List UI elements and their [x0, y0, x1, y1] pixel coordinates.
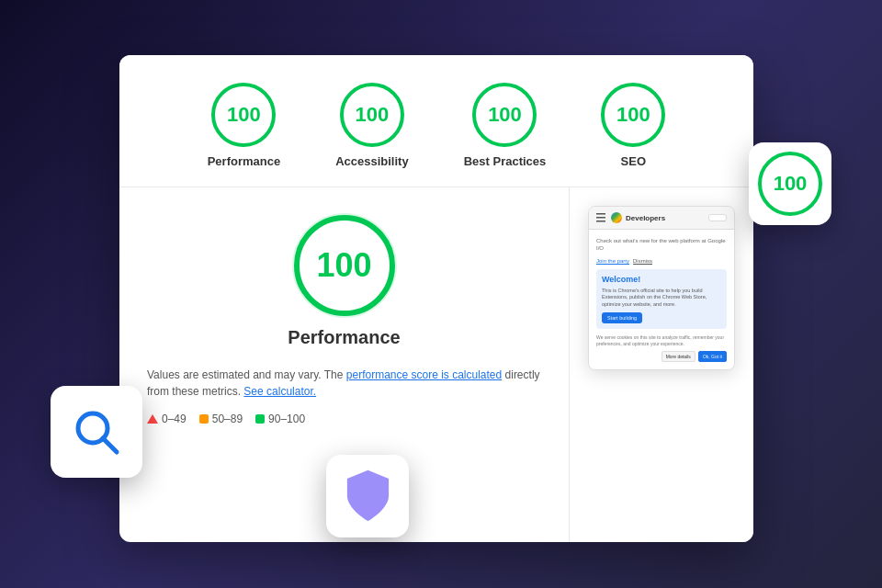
legend-average: 50–89 — [199, 413, 243, 425]
score-performance: 100 Performance — [208, 83, 280, 168]
float-score-widget: 100 — [749, 142, 831, 225]
float-search-widget — [51, 386, 142, 478]
seo-label: SEO — [621, 154, 646, 168]
hamburger-icon — [596, 212, 607, 223]
svg-rect-0 — [596, 213, 605, 215]
browser-footer-buttons: More details Ok, Got it — [596, 351, 727, 362]
shield-icon — [343, 469, 393, 524]
scores-bar: 100 Performance 100 Accessibility 100 Be… — [119, 55, 753, 187]
browser-mockup: Developers Check out what's new for the … — [588, 206, 735, 370]
search-icon — [69, 404, 124, 459]
calculator-link[interactable]: See calculator. — [243, 385, 316, 398]
average-icon — [199, 414, 209, 424]
chrome-icon — [611, 212, 622, 223]
pass-icon — [255, 414, 265, 424]
join-link[interactable]: Join the party — [596, 258, 629, 264]
browser-footer-text: We serve cookies on this site to analyze… — [596, 334, 727, 347]
best-practices-label: Best Practices — [464, 154, 547, 168]
browser-title: Developers — [626, 214, 665, 222]
perf-score-link[interactable]: performance score is calculated — [346, 368, 502, 381]
performance-circle: 100 — [211, 83, 276, 147]
big-score-wrapper: 100 Performance — [147, 215, 541, 348]
more-details-button[interactable]: More details — [662, 351, 695, 362]
score-accessibility: 100 Accessibility — [335, 83, 409, 168]
score-seo: 100 SEO — [601, 83, 665, 168]
average-range: 50–89 — [212, 413, 243, 425]
welcome-body: This is Chrome's official site to help y… — [602, 288, 721, 309]
start-building-button[interactable]: Start building — [602, 312, 642, 323]
float-shield-widget — [326, 455, 409, 537]
browser-announce: Check out what's new for the web platfor… — [596, 237, 727, 253]
legend-pass: 90–100 — [255, 413, 305, 425]
legend: 0–49 50–89 90–100 — [147, 413, 541, 425]
browser-body: Check out what's new for the web platfor… — [589, 230, 734, 369]
ok-button[interactable]: Ok, Got it — [698, 351, 727, 362]
browser-search-box — [708, 214, 727, 221]
score-description: Values are estimated and may vary. The p… — [147, 367, 541, 400]
main-card: 100 Performance 100 Accessibility 100 Be… — [119, 55, 753, 542]
svg-rect-2 — [596, 220, 605, 222]
best-practices-circle: 100 — [472, 83, 537, 147]
svg-line-4 — [103, 438, 117, 452]
legend-fail: 0–49 — [147, 413, 187, 425]
score-best-practices: 100 Best Practices — [464, 83, 547, 168]
big-score-circle: 100 — [294, 215, 395, 316]
scene: 100 Performance 100 Accessibility 100 Be… — [0, 0, 882, 588]
welcome-title: Welcome! — [602, 275, 721, 284]
svg-rect-1 — [596, 217, 605, 219]
content-area: 100 Performance Values are estimated and… — [119, 187, 753, 542]
float-score-circle: 100 — [758, 152, 822, 216]
fail-icon — [147, 414, 158, 424]
accessibility-label: Accessibility — [335, 154, 409, 168]
right-panel: Developers Check out what's new for the … — [570, 187, 753, 542]
fail-range: 0–49 — [162, 413, 187, 425]
browser-welcome: Welcome! This is Chrome's official site … — [596, 269, 727, 329]
performance-label: Performance — [208, 154, 280, 168]
seo-circle: 100 — [601, 83, 665, 147]
dismiss-link[interactable]: Dismiss — [633, 258, 652, 264]
pass-range: 90–100 — [268, 413, 305, 425]
browser-toolbar: Developers — [589, 207, 734, 230]
accessibility-circle: 100 — [340, 83, 404, 147]
big-score-title: Performance — [288, 327, 400, 348]
